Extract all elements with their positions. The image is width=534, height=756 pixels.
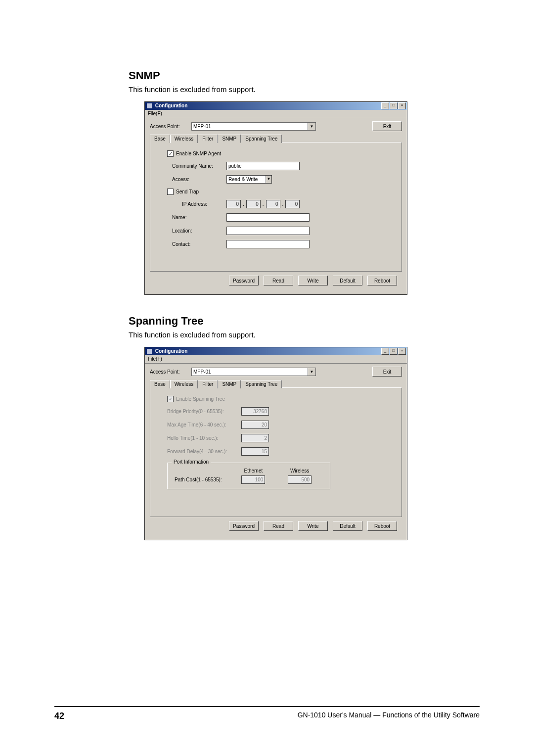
port-information-legend: Port Information <box>172 459 211 465</box>
page-footer: 42 GN-1010 User's Manual — Functions of … <box>54 706 480 721</box>
heading-snmp: SNMP <box>129 69 480 82</box>
password-button[interactable]: Password <box>229 521 259 531</box>
menu-file[interactable]: File(F) <box>148 111 162 116</box>
ip-octet-2[interactable]: 0 <box>246 200 261 208</box>
hello-input[interactable] <box>241 434 269 442</box>
ip-octet-3[interactable]: 0 <box>266 200 280 208</box>
community-label: Community Name: <box>172 163 226 169</box>
dialog-buttons: Password Read Write Default Reboot <box>150 272 402 289</box>
access-value[interactable] <box>227 176 266 183</box>
read-button[interactable]: Read <box>264 276 293 285</box>
maximize-icon[interactable]: □ <box>390 348 398 355</box>
close-icon[interactable]: × <box>398 102 406 109</box>
screenshot-snmp: Configuration _ □ × File(F) Access Point… <box>144 101 407 295</box>
window-title: Configuration <box>155 103 188 108</box>
pathcost-wl-input[interactable] <box>288 475 312 484</box>
reboot-button[interactable]: Reboot <box>367 521 397 531</box>
minimize-icon[interactable]: _ <box>381 102 389 109</box>
access-point-label: Access Point: <box>150 124 188 129</box>
name-label: Name: <box>172 215 226 220</box>
access-point-combo[interactable]: ▼ <box>191 122 316 131</box>
location-label: Location: <box>172 228 226 234</box>
forward-delay-label: Forward Delay(4 - 30 sec.): <box>167 449 241 454</box>
checkbox-checked-icon: ✓ <box>167 396 174 402</box>
access-point-combo[interactable]: ▼ <box>191 368 316 376</box>
dialog-buttons: Password Read Write Default Reboot <box>150 517 402 535</box>
tab-base[interactable]: Base <box>150 380 170 388</box>
maxage-input[interactable] <box>241 421 269 429</box>
location-input[interactable] <box>226 227 310 235</box>
app-icon <box>147 349 152 354</box>
tab-wireless[interactable]: Wireless <box>170 135 198 143</box>
footer-text: GN-1010 User's Manual — Functions of the… <box>298 711 480 721</box>
desc-snmp: This function is excluded from support. <box>129 85 480 94</box>
chevron-down-icon[interactable]: ▼ <box>266 176 271 183</box>
bridge-priority-input[interactable] <box>241 407 269 416</box>
reboot-button[interactable]: Reboot <box>367 276 397 285</box>
page-number: 42 <box>54 711 64 721</box>
pathcost-eth-input[interactable] <box>241 475 265 484</box>
access-point-input[interactable] <box>192 368 308 376</box>
access-point-input[interactable] <box>192 123 308 130</box>
menubar: File(F) <box>145 110 407 118</box>
access-select[interactable]: ▼ <box>226 175 272 184</box>
tab-wireless[interactable]: Wireless <box>170 380 198 388</box>
access-point-label: Access Point: <box>150 369 188 375</box>
ethernet-header: Ethernet <box>230 468 277 473</box>
tab-spanning[interactable]: Spanning Tree <box>241 380 282 388</box>
ip-octet-4[interactable]: 0 <box>285 200 300 208</box>
screenshot-spanning: Configuration _ □ × File(F) Access Point… <box>144 347 407 540</box>
port-information-group: Port Information Ethernet Wireless Path … <box>167 463 330 489</box>
send-trap-label: Send Trap <box>176 189 199 194</box>
default-button[interactable]: Default <box>333 521 362 531</box>
enable-snmp-label: Enable SNMP Agent <box>176 151 221 156</box>
enable-spanning-checkbox[interactable]: ✓ Enable Spanning Tree <box>167 396 390 402</box>
exit-button[interactable]: Exit <box>372 121 402 131</box>
checkbox-unchecked-icon <box>167 189 174 195</box>
tab-snmp[interactable]: SNMP <box>218 380 241 388</box>
window-controls: _ □ × <box>381 348 406 355</box>
menubar: File(F) <box>145 355 407 364</box>
read-button[interactable]: Read <box>264 521 293 531</box>
pathcost-label: Path Cost(1 - 65535): <box>175 477 230 482</box>
password-button[interactable]: Password <box>229 276 259 285</box>
write-button[interactable]: Write <box>298 521 328 531</box>
chevron-down-icon[interactable]: ▼ <box>308 368 315 376</box>
maxage-label: Max Age Time(6 - 40 sec.): <box>167 422 241 427</box>
enable-snmp-checkbox[interactable]: ✓ Enable SNMP Agent <box>167 150 390 157</box>
app-icon <box>147 103 152 108</box>
contact-input[interactable] <box>226 240 310 248</box>
name-input[interactable] <box>226 213 310 222</box>
menu-file[interactable]: File(F) <box>148 356 162 362</box>
close-icon[interactable]: × <box>398 348 406 355</box>
send-trap-checkbox[interactable]: Send Trap <box>167 189 390 195</box>
minimize-icon[interactable]: _ <box>381 348 389 355</box>
tab-snmp[interactable]: SNMP <box>218 135 241 143</box>
desc-spanning: This function is excluded from support. <box>129 331 480 339</box>
exit-button[interactable]: Exit <box>372 367 402 377</box>
tab-filter[interactable]: Filter <box>198 135 218 143</box>
tab-base[interactable]: Base <box>150 135 170 143</box>
checkbox-checked-icon: ✓ <box>167 150 174 157</box>
hello-label: Hello Time(1 - 10 sec.): <box>167 435 241 441</box>
contact-label: Contact: <box>172 241 226 247</box>
default-button[interactable]: Default <box>333 276 362 285</box>
ip-address-field: 0. 0. 0. 0 <box>226 200 300 208</box>
tab-filter[interactable]: Filter <box>198 380 218 388</box>
spanning-panel: ✓ Enable Spanning Tree Bridge Priority(0… <box>150 387 402 517</box>
tab-spanning[interactable]: Spanning Tree <box>241 135 282 143</box>
community-input[interactable] <box>226 162 300 170</box>
enable-spanning-label: Enable Spanning Tree <box>176 396 225 402</box>
titlebar: Configuration _ □ × <box>145 347 407 355</box>
ip-label: IP Address: <box>182 201 226 207</box>
snmp-panel: ✓ Enable SNMP Agent Community Name: Acce… <box>150 142 402 272</box>
maximize-icon[interactable]: □ <box>390 102 398 109</box>
ip-octet-1[interactable]: 0 <box>226 200 241 208</box>
tab-strip: Base Wireless Filter SNMP Spanning Tree <box>150 134 402 142</box>
forward-delay-input[interactable] <box>241 447 269 456</box>
tab-strip: Base Wireless Filter SNMP Spanning Tree <box>150 379 402 388</box>
window-controls: _ □ × <box>381 102 406 109</box>
write-button[interactable]: Write <box>298 276 328 285</box>
chevron-down-icon[interactable]: ▼ <box>308 123 315 130</box>
heading-spanning: Spanning Tree <box>129 315 480 328</box>
